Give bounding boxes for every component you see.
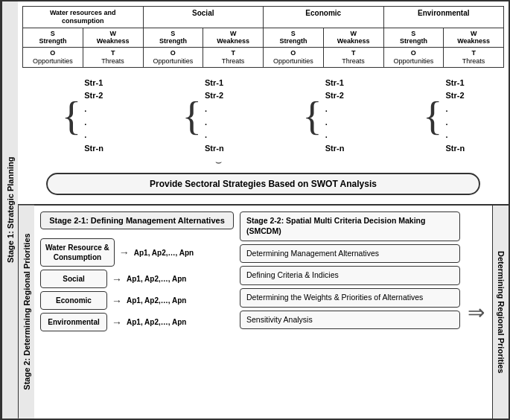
str-item: .	[84, 103, 86, 116]
sw-env-s: SStrength	[384, 28, 444, 48]
ot-water-t: TThreats	[83, 48, 144, 67]
alt-values-social: Ap1, Ap2,…, Apn	[127, 275, 186, 283]
str-item: Str-2	[445, 89, 464, 103]
str-list-2: Str-1 Str-2 . . . Str-n	[205, 77, 224, 156]
str-item: Str-2	[205, 89, 223, 103]
alt-label-social: Social	[40, 270, 107, 288]
str-item: .	[205, 129, 207, 142]
stage2-left: Stage 2-1: Defining Management Alternati…	[40, 211, 234, 413]
swot-sw-row: SStrength WWeakness SStrength WWeakness …	[23, 28, 503, 48]
str-item: .	[205, 116, 207, 130]
stage2-right: Stage 2-2: Spatial Multi Criteria Decisi…	[240, 211, 460, 413]
cat-economic: Economic	[264, 7, 384, 28]
ot-env-t: TThreats	[444, 48, 503, 67]
cat-water: Water resources andconsumption	[23, 7, 144, 28]
sw-social-s: SStrength	[144, 28, 204, 48]
alt-label-economic: Economic	[40, 291, 107, 310]
brace-4: {	[423, 95, 442, 136]
swot-header-row: Water resources andconsumption Social Ec…	[23, 7, 503, 28]
right-box-mgmt: Determining Management Alternatives	[240, 244, 460, 264]
ot-social-o: OOpportunities	[144, 48, 204, 67]
ot-water-o: OOpportunities	[23, 48, 83, 67]
ot-social-t: TThreats	[203, 48, 264, 67]
str-list-1: Str-1 Str-2 . . . Str-n	[84, 77, 103, 156]
brace-2: {	[182, 95, 202, 136]
str-item: Str-n	[84, 142, 103, 156]
str-item: Str-1	[205, 77, 223, 90]
right-box-sensitivity: Sensitivity Analysis	[240, 311, 460, 330]
str-item: .	[325, 103, 328, 116]
str-item: .	[325, 129, 328, 142]
ot-econ-t: TThreats	[324, 48, 384, 67]
right-box-criteria: Defining Criteria & Indicies	[240, 266, 460, 285]
str-item: Str-2	[84, 89, 103, 103]
alt-row-economic: Economic → Ap1, Ap2,…, Apn	[40, 291, 234, 310]
str-list-3: Str-1 Str-2 . . . Str-n	[325, 77, 345, 156]
stage2-section: Stage 2: Determining Regional Priorities…	[18, 206, 509, 419]
sw-env-w: WWeakness	[444, 28, 503, 48]
swot-banner: Provide Sectoral Strategies Based on SWO…	[46, 173, 479, 195]
str-item: .	[445, 129, 447, 142]
stage2-2-title: Stage 2-2: Spatial Multi Criteria Decisi…	[240, 211, 460, 241]
ot-econ-o: OOpportunities	[264, 48, 324, 67]
bottom-brace-row: ⌣	[22, 156, 504, 168]
strategy-group-2: { Str-1 Str-2 . . . Str-n	[182, 77, 224, 156]
str-item: .	[205, 103, 207, 116]
alt-values-economic: Ap1, Ap2,…, Apn	[127, 296, 186, 305]
arrow-environmental: →	[112, 316, 122, 328]
stage2-label: Stage 2: Determining Regional Priorities	[18, 206, 34, 419]
swot-ot-row: OOpportunities TThreats OOpportunities T…	[23, 48, 503, 67]
cat-social: Social	[144, 7, 264, 28]
right-box-weights: Determining the Weights & Priorities of …	[240, 288, 460, 308]
strategy-groups: { Str-1 Str-2 . . . Str-n { Str-1 Str-2	[22, 74, 504, 159]
stage2-content: Stage 2-1: Defining Management Alternati…	[34, 206, 492, 419]
sw-econ-s: SStrength	[264, 28, 324, 48]
ot-env-o: OOpportunities	[384, 48, 444, 67]
str-item: .	[445, 103, 447, 116]
str-item: Str-1	[325, 77, 344, 90]
sw-water-w: WWeakness	[83, 28, 144, 48]
right-label: Determining Regional Priorities	[492, 206, 509, 419]
main-content: Water resources andconsumption Social Ec…	[18, 1, 509, 419]
str-item: .	[84, 116, 86, 130]
arrow-social: →	[112, 273, 122, 285]
brace-1: {	[62, 95, 81, 136]
arrow-economic: →	[112, 295, 122, 307]
cat-environmental: Environmental	[384, 7, 504, 28]
str-item: Str-2	[325, 89, 344, 103]
str-item: .	[325, 116, 328, 130]
str-item: Str-n	[205, 142, 224, 156]
stage1-label: Stage 1: Strategic Planning	[1, 1, 18, 419]
alt-row-environmental: Environmental → Ap1, Ap2,…, Apn	[40, 313, 234, 331]
sw-water-s: SStrength	[23, 28, 83, 48]
alt-label-water: Water Resource &Consumption	[40, 238, 115, 267]
outer-wrapper: Stage 1: Strategic Planning Water resour…	[0, 0, 510, 420]
bottom-brace: ⌣	[215, 156, 311, 168]
alt-values-environmental: Ap1, Ap2,…, Apn	[127, 318, 186, 326]
alt-values-water: Ap1, Ap2,…, Apn	[134, 249, 194, 257]
str-item: .	[84, 129, 86, 142]
arrow-water: →	[119, 246, 130, 258]
str-list-4: Str-1 Str-2 . . . Str-n	[445, 77, 465, 156]
stage1-section: Water resources andconsumption Social Ec…	[18, 1, 509, 206]
alt-row-social: Social → Ap1, Ap2,…, Apn	[40, 270, 234, 288]
str-item: Str-1	[445, 77, 464, 90]
right-arrow: ⇒	[468, 300, 485, 325]
alt-row-water: Water Resource &Consumption → Ap1, Ap2,……	[40, 238, 234, 267]
str-item: Str-n	[445, 142, 465, 156]
brace-3: {	[302, 95, 322, 136]
stage2-main: Stage 2-1: Defining Management Alternati…	[40, 211, 486, 413]
sw-econ-w: WWeakness	[324, 28, 384, 48]
str-item: Str-n	[325, 142, 345, 156]
strategy-group-3: { Str-1 Str-2 . . . Str-n	[302, 77, 344, 156]
alt-label-environmental: Environmental	[40, 313, 107, 331]
strategy-group-1: { Str-1 Str-2 . . . Str-n	[62, 77, 103, 156]
str-item: .	[445, 116, 447, 130]
strategy-group-4: { Str-1 Str-2 . . . Str-n	[423, 77, 465, 156]
sw-social-w: WWeakness	[203, 28, 264, 48]
str-item: Str-1	[84, 77, 103, 90]
right-arrow-indicator: ⇒	[466, 211, 486, 413]
stage2-1-title: Stage 2-1: Defining Management Alternati…	[40, 211, 234, 229]
swot-table: Water resources andconsumption Social Ec…	[22, 6, 504, 68]
